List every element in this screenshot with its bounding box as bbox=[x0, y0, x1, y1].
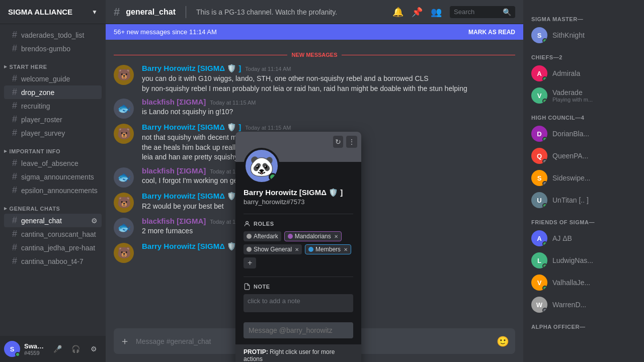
emoji-icon[interactable]: 🙂 bbox=[497, 329, 509, 353]
channel-welcome-guide[interactable]: # welcome_guide bbox=[4, 72, 102, 85]
message-author[interactable]: Barry Horowitz [SIGMΔ 🛡️ ] bbox=[142, 123, 241, 132]
channel-player-survey[interactable]: # player_survey bbox=[4, 126, 102, 140]
mute-icon[interactable]: 🎤 bbox=[49, 341, 65, 357]
roles-section: ROLES Afterdark Mandalorians ✕ Show Gene… bbox=[235, 218, 361, 273]
member-name: UnTitan [.. ] bbox=[552, 196, 636, 204]
channel-item-brendos[interactable]: # brendos-gumbo bbox=[4, 42, 102, 55]
bell-icon[interactable]: 🔔 bbox=[392, 7, 404, 18]
channel-label: epsilon_announcements bbox=[21, 187, 98, 195]
members-icon[interactable]: 👥 bbox=[431, 7, 442, 18]
avatar-img: 🐻 bbox=[117, 127, 131, 140]
remove-role-icon[interactable]: ✕ bbox=[334, 234, 338, 239]
list-item[interactable]: S SithKnight bbox=[527, 24, 640, 46]
member-info: LudwigNas... bbox=[552, 256, 636, 264]
list-item[interactable]: W WarrenD... bbox=[527, 294, 640, 316]
avatar-text: A bbox=[537, 235, 541, 242]
hash-icon: # bbox=[12, 215, 17, 226]
channel-cantina-coruscant[interactable]: # cantina_coruscant_haat bbox=[4, 227, 102, 241]
add-role-button[interactable]: + bbox=[244, 257, 256, 268]
channel-player-roster[interactable]: # player_roster bbox=[4, 113, 102, 126]
profile-popup[interactable]: ↻ ⋮ 🐼 Barry Horowitz [SIGMΔ 🛡️ ] barry_h… bbox=[235, 132, 361, 362]
message-author[interactable]: blackfish [ΣIGMA] bbox=[142, 98, 206, 106]
channel-general-chat[interactable]: # general_chat ⚙ bbox=[4, 214, 102, 227]
popup-message-input[interactable] bbox=[244, 322, 353, 338]
remove-role-icon[interactable]: ✕ bbox=[295, 247, 299, 252]
channel-recruiting[interactable]: # recruiting bbox=[4, 99, 102, 113]
list-item[interactable]: Q QueenPA... bbox=[527, 145, 640, 167]
category-general-chats[interactable]: ▸ GENERAL CHATS bbox=[0, 197, 106, 214]
remove-role-icon[interactable]: ✕ bbox=[344, 247, 348, 252]
roles-icon bbox=[244, 220, 251, 227]
pin-icon[interactable]: 📌 bbox=[412, 7, 423, 18]
list-item[interactable]: A Admirala bbox=[527, 62, 640, 84]
list-item[interactable]: V Vaderade Playing with m... bbox=[527, 84, 640, 107]
message-author[interactable]: Barry Horowitz [SIGMΔ 🛡️ ] bbox=[142, 192, 241, 201]
search-bar[interactable]: Search 🔍 bbox=[450, 6, 515, 18]
note-input[interactable]: click to add a note bbox=[244, 294, 353, 312]
attach-icon[interactable]: ＋ bbox=[120, 328, 130, 354]
avatar-text: S bbox=[537, 32, 542, 39]
header-divider bbox=[186, 6, 186, 18]
message-timestamp: Today at 11:15 AM bbox=[210, 100, 256, 106]
avatar: V bbox=[531, 87, 547, 104]
channel-label: welcome_guide bbox=[21, 75, 70, 83]
hash-icon: # bbox=[12, 128, 17, 138]
category-start-here[interactable]: ▸ START HERE bbox=[0, 55, 106, 72]
note-section: NOTE click to add a note bbox=[235, 281, 361, 316]
more-options-icon[interactable]: ⋮ bbox=[346, 136, 357, 148]
role-name: Members bbox=[315, 246, 341, 253]
profile-tag: barry_horowitz#7573 bbox=[235, 197, 361, 210]
avatar: W bbox=[531, 297, 547, 313]
avatar: 🐻 bbox=[114, 65, 134, 85]
channel-drop-zone[interactable]: # drop_zone bbox=[4, 85, 102, 99]
role-badge-afterdark: Afterdark bbox=[244, 231, 281, 241]
hash-icon: # bbox=[12, 256, 17, 266]
settings-icon[interactable]: ⚙ bbox=[86, 341, 102, 357]
member-name: Sideswipe... bbox=[552, 174, 636, 182]
avatar: S bbox=[531, 27, 547, 43]
member-name: WarrenD... bbox=[552, 301, 636, 309]
hash-icon: # bbox=[12, 114, 17, 125]
note-label: NOTE bbox=[254, 284, 270, 290]
roles-title: ROLES bbox=[244, 220, 353, 227]
list-item[interactable]: V ValhallaJe... bbox=[527, 272, 640, 294]
channel-epsilon-announcements[interactable]: # epsilon_announcements bbox=[4, 184, 102, 197]
channel-item-vaderades[interactable]: # vaderades_todo_list bbox=[4, 28, 102, 42]
settings-icon[interactable]: ⚙ bbox=[91, 217, 98, 225]
list-item[interactable]: A AJ ΔΒ bbox=[527, 227, 640, 249]
member-name: Vaderade bbox=[552, 88, 636, 97]
user-panel-controls: 🎤 🎧 ⚙ bbox=[49, 341, 102, 357]
message-author[interactable]: blackfish [ΣIGMA] bbox=[142, 217, 206, 225]
channel-sigma-announcements[interactable]: # sigma_announcements bbox=[4, 170, 102, 184]
hash-icon: # bbox=[12, 73, 17, 84]
channel-cantina-naboo[interactable]: # cantina_naboo_t4-7 bbox=[4, 254, 102, 268]
message-author[interactable]: Barry Horowitz [SIGMΔ 🛡️ ] bbox=[142, 64, 241, 73]
channel-leave-absence[interactable]: # leave_of_absence bbox=[4, 156, 102, 170]
category-arrow: ▸ bbox=[4, 148, 8, 154]
category-arrow: ▸ bbox=[4, 63, 8, 70]
profile-avatar: 🐼 bbox=[244, 148, 280, 184]
note-icon bbox=[244, 283, 251, 290]
deafen-icon[interactable]: 🎧 bbox=[67, 341, 84, 357]
avatar-img: 🐻 bbox=[117, 196, 131, 209]
online-dot bbox=[542, 286, 547, 291]
list-item[interactable]: S Sideswipe... bbox=[527, 167, 640, 189]
message-header: Barry Horowitz [SIGMΔ 🛡️ ] Today at 11:1… bbox=[142, 123, 515, 132]
avatar: U bbox=[531, 192, 547, 208]
avatar: 🐻 bbox=[114, 243, 134, 263]
search-icon: 🔍 bbox=[503, 8, 511, 16]
message-author[interactable]: blackfish [ΣIGMA] bbox=[142, 166, 206, 175]
refresh-icon[interactable]: ↻ bbox=[333, 136, 343, 148]
list-item[interactable]: U UnTitan [.. ] bbox=[527, 189, 640, 211]
mark-as-read-button[interactable]: MARK AS READ bbox=[468, 29, 515, 36]
message-author[interactable]: Barry Horowitz [SIGMΔ 🛡️ ] bbox=[142, 242, 241, 251]
role-dot bbox=[308, 247, 313, 252]
role-dot bbox=[247, 247, 252, 252]
channel-cantina-jedha[interactable]: # cantina_jedha_pre-haat bbox=[4, 241, 102, 254]
member-info: UnTitan [.. ] bbox=[552, 196, 636, 204]
channel-label: cantina_jedha_pre-haat bbox=[21, 244, 95, 252]
list-item[interactable]: L LudwigNas... bbox=[527, 249, 640, 272]
category-important-info[interactable]: ▸ IMPORTANT INFO bbox=[0, 140, 106, 156]
server-header[interactable]: SIGMA ALLIANCE ▼ bbox=[0, 0, 106, 24]
list-item[interactable]: D DorianBla... bbox=[527, 123, 640, 145]
